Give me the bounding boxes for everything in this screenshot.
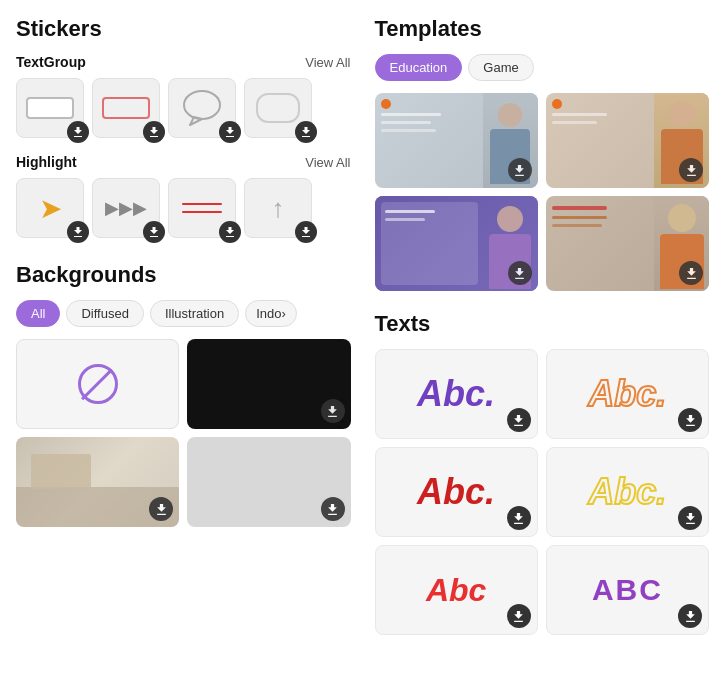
filter-tab-diffused[interactable]: Diffused <box>66 300 143 327</box>
text-preview-purple-caps: ABC <box>592 573 663 607</box>
sticker-item-h4[interactable]: ↑ <box>244 178 312 238</box>
sticker-item-h1[interactable]: ➤ <box>16 178 84 238</box>
download-button-tx1[interactable] <box>507 408 531 432</box>
download-button-tx2[interactable] <box>678 408 702 432</box>
templates-section: Templates Education Game <box>375 16 710 291</box>
bg-item-lightgray[interactable] <box>187 437 350 527</box>
textgroup-items <box>16 78 351 138</box>
download-button-tp1[interactable] <box>508 158 532 182</box>
download-button-tg2[interactable] <box>143 121 165 143</box>
templates-title: Templates <box>375 16 710 42</box>
textgroup-view-all[interactable]: View All <box>305 55 350 70</box>
download-button-tx6[interactable] <box>678 604 702 628</box>
svg-marker-1 <box>190 117 202 125</box>
sticker-item-tg4[interactable] <box>244 78 312 138</box>
filter-tab-education[interactable]: Education <box>375 54 463 81</box>
text-item-6[interactable]: ABC <box>546 545 709 635</box>
backgrounds-filters: All Diffused Illustration Indo› <box>16 300 351 327</box>
download-button-h2[interactable] <box>143 221 165 243</box>
download-button-tp3[interactable] <box>508 261 532 285</box>
highlight-view-all[interactable]: View All <box>305 155 350 170</box>
no-symbol-icon <box>78 364 118 404</box>
texts-section: Texts Abc. Abc. Abc. <box>375 311 710 635</box>
download-button-tg3[interactable] <box>219 121 241 143</box>
text-outline-icon <box>102 97 150 119</box>
text-rect-icon <box>26 97 74 119</box>
filter-tab-all[interactable]: All <box>16 300 60 327</box>
download-button-tx3[interactable] <box>507 506 531 530</box>
text-item-4[interactable]: Abc. <box>546 447 709 537</box>
text-preview-orange-outline: Abc. <box>588 373 666 415</box>
templates-grid <box>375 93 710 291</box>
backgrounds-grid <box>16 339 351 527</box>
stickers-title: Stickers <box>16 16 351 42</box>
highlight-label: Highlight <box>16 154 77 170</box>
download-button-h4[interactable] <box>295 221 317 243</box>
download-button-bg2[interactable] <box>321 399 345 423</box>
stickers-section: Stickers TextGroup View All <box>16 16 351 238</box>
text-item-3[interactable]: Abc. <box>375 447 538 537</box>
template-item-3[interactable] <box>375 196 538 291</box>
sticker-item-h3[interactable] <box>168 178 236 238</box>
download-button-bg4[interactable] <box>321 497 345 521</box>
template-item-1[interactable] <box>375 93 538 188</box>
download-button-tp2[interactable] <box>679 158 703 182</box>
backgrounds-section: Backgrounds All Diffused Illustration In… <box>16 262 351 527</box>
rounded-rect-icon <box>256 93 300 123</box>
download-button-tg1[interactable] <box>67 121 89 143</box>
texts-title: Texts <box>375 311 710 337</box>
chevron-right-icon: › <box>281 306 285 321</box>
filter-tab-illustration[interactable]: Illustration <box>150 300 239 327</box>
download-button-tg4[interactable] <box>295 121 317 143</box>
bg-item-black[interactable] <box>187 339 350 429</box>
bg-item-room[interactable] <box>16 437 179 527</box>
text-item-1[interactable]: Abc. <box>375 349 538 439</box>
template-item-2[interactable] <box>546 93 709 188</box>
chevrons-icon: ▶▶▶ <box>105 197 147 219</box>
templates-filters: Education Game <box>375 54 710 81</box>
download-button-h1[interactable] <box>67 221 89 243</box>
svg-point-0 <box>184 91 220 119</box>
textgroup-group: TextGroup View All <box>16 54 351 138</box>
arrow-icon: ➤ <box>39 192 62 225</box>
text-preview-red-script: Abc <box>426 572 486 609</box>
highlight-items: ➤ ▶▶▶ <box>16 178 351 238</box>
textgroup-label: TextGroup <box>16 54 86 70</box>
text-preview-yellow-outline: Abc. <box>588 471 666 513</box>
speech-bubble-icon <box>182 89 222 127</box>
texts-grid: Abc. Abc. Abc. <box>375 349 710 635</box>
download-button-tx4[interactable] <box>678 506 702 530</box>
text-item-5[interactable]: Abc <box>375 545 538 635</box>
bg-item-nosymbol[interactable] <box>16 339 179 429</box>
up-arrow-icon: ↑ <box>272 193 285 224</box>
underline-icon <box>182 203 222 213</box>
download-button-h3[interactable] <box>219 221 241 243</box>
sticker-item-tg1[interactable] <box>16 78 84 138</box>
text-preview-purple: Abc. <box>417 373 495 415</box>
sticker-item-tg2[interactable] <box>92 78 160 138</box>
download-button-tx5[interactable] <box>507 604 531 628</box>
sticker-item-tg3[interactable] <box>168 78 236 138</box>
text-item-2[interactable]: Abc. <box>546 349 709 439</box>
filter-tab-game[interactable]: Game <box>468 54 533 81</box>
text-preview-red-bold: Abc. <box>417 471 495 513</box>
sticker-item-h2[interactable]: ▶▶▶ <box>92 178 160 238</box>
template-item-4[interactable] <box>546 196 709 291</box>
filter-tab-indo[interactable]: Indo› <box>245 300 297 327</box>
backgrounds-title: Backgrounds <box>16 262 351 288</box>
highlight-group: Highlight View All ➤ ▶▶▶ <box>16 154 351 238</box>
download-button-tp4[interactable] <box>679 261 703 285</box>
